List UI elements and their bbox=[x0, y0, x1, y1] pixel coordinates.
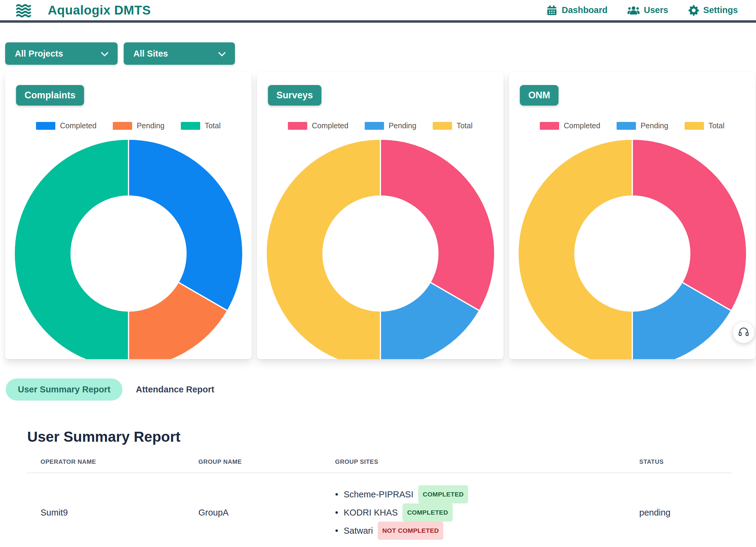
legend-swatch-completed bbox=[288, 122, 307, 130]
user-summary-table: OPERATOR NAME GROUP NAME GROUP SITES STA… bbox=[27, 458, 732, 547]
onm-card-title: ONM bbox=[520, 85, 559, 106]
table-header-row: OPERATOR NAME GROUP NAME GROUP SITES STA… bbox=[27, 458, 732, 473]
users-icon bbox=[627, 5, 640, 15]
nav-dashboard[interactable]: Dashboard bbox=[546, 5, 607, 16]
col-operator-name: OPERATOR NAME bbox=[27, 458, 198, 465]
onm-card: ONM Completed Pending Total bbox=[509, 72, 755, 359]
operator-name-cell: Sumit9 bbox=[27, 508, 198, 518]
support-fab[interactable] bbox=[733, 322, 754, 343]
donut-segment-completed bbox=[380, 139, 495, 311]
group-sites-cell: •Scheme-PIPRASICOMPLETED•KODRI KHASCOMPL… bbox=[335, 485, 639, 540]
surveys-donut-chart bbox=[265, 138, 496, 359]
site-status-badge: NOT COMPLETED bbox=[378, 522, 443, 540]
complaints-card-title: Complaints bbox=[16, 85, 84, 106]
site-status-badge: COMPLETED bbox=[418, 485, 468, 503]
bullet-icon: • bbox=[335, 523, 338, 538]
app-title: Aqualogix DMTS bbox=[48, 3, 151, 18]
site-name: KODRI KHAS bbox=[344, 505, 398, 520]
nav-dashboard-label: Dashboard bbox=[562, 5, 607, 15]
legend-swatch-total bbox=[181, 122, 200, 130]
nav-users[interactable]: Users bbox=[627, 5, 668, 15]
onm-donut-chart bbox=[517, 138, 748, 359]
legend-swatch-pending bbox=[365, 122, 384, 130]
report-tabs: User Summary Report Attendance Report bbox=[6, 379, 756, 401]
headphones-icon bbox=[738, 327, 749, 338]
site-status-badge: COMPLETED bbox=[402, 503, 452, 522]
nav-settings[interactable]: Settings bbox=[688, 5, 738, 16]
onm-legend: Completed Pending Total bbox=[509, 121, 755, 130]
complaints-card: Complaints Completed Pending Total bbox=[5, 72, 252, 359]
col-status: STATUS bbox=[639, 458, 732, 465]
surveys-legend: Completed Pending Total bbox=[257, 121, 503, 130]
legend-swatch-total bbox=[433, 122, 452, 130]
site-line: •KODRI KHASCOMPLETED bbox=[335, 503, 639, 522]
projects-dropdown-value: All Projects bbox=[15, 49, 63, 59]
surveys-card: Surveys Completed Pending Total bbox=[257, 72, 503, 359]
waves-menu-icon[interactable] bbox=[16, 3, 31, 18]
legend-swatch-pending bbox=[113, 122, 132, 130]
legend-swatch-total bbox=[685, 122, 704, 130]
legend-swatch-completed bbox=[540, 122, 559, 130]
status-cell: pending bbox=[639, 508, 732, 518]
complaints-donut-chart bbox=[13, 138, 244, 359]
legend-swatch-pending bbox=[617, 122, 636, 130]
calendar-icon bbox=[546, 5, 557, 16]
site-line: •Scheme-PIPRASICOMPLETED bbox=[335, 485, 639, 503]
tab-user-summary-report[interactable]: User Summary Report bbox=[6, 379, 122, 401]
report-title: User Summary Report bbox=[27, 428, 756, 445]
col-group-sites: GROUP SITES bbox=[335, 458, 639, 465]
donut-segment-total bbox=[14, 139, 129, 359]
projects-dropdown[interactable]: All Projects bbox=[5, 42, 118, 65]
bullet-icon: • bbox=[335, 505, 338, 520]
nav-users-label: Users bbox=[644, 5, 668, 15]
sites-dropdown[interactable]: All Sites bbox=[124, 42, 235, 65]
table-body: Sumit9 GroupA •Scheme-PIPRASICOMPLETED•K… bbox=[27, 473, 732, 547]
nav-settings-label: Settings bbox=[703, 5, 738, 15]
complaints-legend: Completed Pending Total bbox=[5, 121, 252, 130]
filter-bar: All Projects All Sites bbox=[5, 42, 756, 65]
top-navbar: Aqualogix DMTS Dashboard bbox=[0, 0, 756, 23]
table-row: Sumit9 GroupA •Scheme-PIPRASICOMPLETED•K… bbox=[27, 473, 732, 547]
tab-attendance-report[interactable]: Attendance Report bbox=[136, 385, 214, 395]
chevron-down-icon bbox=[101, 49, 109, 59]
group-name-cell: GroupA bbox=[198, 508, 335, 518]
site-line: •SatwariNOT COMPLETED bbox=[335, 522, 639, 540]
site-name: Scheme-PIPRASI bbox=[344, 487, 413, 502]
charts-row: Complaints Completed Pending Total Surve… bbox=[0, 72, 756, 359]
donut-segment-completed bbox=[129, 139, 243, 311]
gear-icon bbox=[688, 5, 699, 16]
surveys-card-title: Surveys bbox=[268, 85, 321, 106]
sites-dropdown-value: All Sites bbox=[133, 49, 168, 59]
site-name: Satwari bbox=[344, 523, 373, 538]
bullet-icon: • bbox=[335, 487, 338, 502]
col-group-name: GROUP NAME bbox=[198, 458, 335, 465]
chevron-down-icon bbox=[218, 49, 226, 59]
donut-segment-total bbox=[518, 139, 632, 359]
donut-segment-completed bbox=[632, 139, 747, 311]
donut-segment-total bbox=[266, 139, 380, 359]
legend-swatch-completed bbox=[36, 122, 55, 130]
